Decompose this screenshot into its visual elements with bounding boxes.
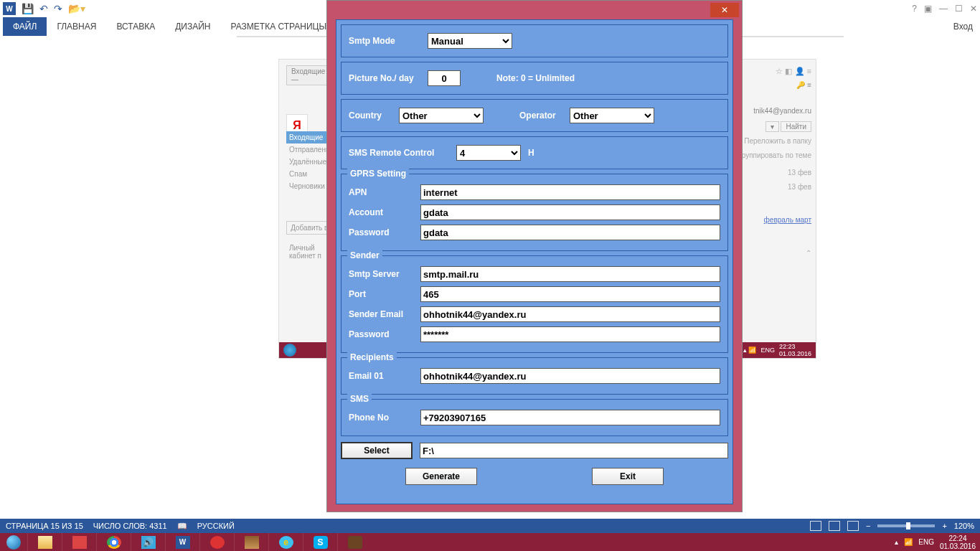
- smtp-server-label: Smtp Server: [349, 269, 420, 279]
- generate-button[interactable]: Generate: [405, 468, 477, 485]
- help-icon[interactable]: ?: [912, 4, 917, 14]
- tab-page-layout[interactable]: РАЗМЕТКА СТРАНИЦЫ: [221, 17, 337, 36]
- wifi-icon[interactable]: 📶: [904, 538, 913, 546]
- exit-button[interactable]: Exit: [592, 468, 664, 485]
- tray-language[interactable]: ENG: [918, 538, 934, 546]
- login-link[interactable]: Вход: [946, 22, 980, 32]
- bg-date1: 13 фев: [732, 167, 811, 179]
- read-mode-icon[interactable]: [810, 521, 821, 531]
- word-app-icon: W: [176, 536, 190, 549]
- bg-move: Переложить в папку: [732, 136, 811, 147]
- start-orb-icon: [6, 535, 21, 550]
- maximize-icon[interactable]: ☐: [955, 4, 963, 14]
- sender-password-input[interactable]: [420, 326, 720, 342]
- bg-right-panel: ☆ ◧ 👤 ≡ 🔑 ≡ tnik44@yandex.ru ▾ Найти Пер…: [732, 65, 811, 259]
- undo-icon[interactable]: ↶: [39, 3, 48, 14]
- sms-remote-unit: H: [528, 148, 542, 158]
- smtp-mode-select[interactable]: Manual: [428, 33, 512, 49]
- sms-remote-select[interactable]: 4: [456, 145, 521, 161]
- windows-taskbar: 🔊 W e S ▴ 📶 ENG 22:2401.03.2016: [0, 533, 980, 551]
- open-icon[interactable]: 📂▾: [68, 3, 85, 14]
- winrar-icon: [245, 536, 259, 549]
- zoom-level[interactable]: 120%: [954, 522, 974, 530]
- folder-icon: [38, 536, 52, 549]
- phone-input[interactable]: [420, 410, 720, 425]
- email01-input[interactable]: [420, 368, 720, 384]
- operator-label: Operator: [519, 110, 562, 121]
- bg-date2: 13 фев: [732, 182, 811, 193]
- zoom-in-icon[interactable]: +: [942, 522, 946, 530]
- taskbar-word[interactable]: W: [165, 533, 199, 551]
- taskbar-skype[interactable]: S: [303, 533, 337, 551]
- smtp-server-input[interactable]: [420, 266, 720, 282]
- lenovo-icon: [72, 536, 87, 549]
- sender-password-label: Password: [349, 329, 420, 339]
- save-icon[interactable]: 💾: [22, 3, 34, 14]
- sms-legend: SMS: [347, 394, 372, 404]
- tray-clock[interactable]: 22:2401.03.2016: [940, 534, 976, 550]
- proofing-icon[interactable]: 📖: [177, 522, 187, 531]
- taskbar-winrar[interactable]: [234, 533, 268, 551]
- word-count[interactable]: ЧИСЛО СЛОВ: 4311: [93, 522, 167, 530]
- dialog-titlebar: ✕: [327, 1, 742, 19]
- sender-email-input[interactable]: [420, 306, 720, 322]
- config-dialog: ✕ Smtp Mode Manual Picture No./ day Note…: [326, 0, 743, 512]
- bg-group: группировать по теме: [739, 151, 811, 159]
- chrome-icon: [107, 536, 121, 549]
- sms-remote-label: SMS Remote Control: [349, 148, 449, 158]
- taskbar-sound[interactable]: 🔊: [131, 533, 165, 551]
- word-icon: W: [3, 2, 16, 15]
- apn-input[interactable]: [420, 184, 720, 200]
- taskbar-opera[interactable]: [199, 533, 234, 551]
- page-indicator[interactable]: СТРАНИЦА 15 ИЗ 15: [6, 522, 83, 530]
- close-icon[interactable]: ✕: [970, 4, 977, 14]
- country-label: Country: [349, 110, 392, 121]
- skype-icon: S: [314, 536, 328, 549]
- ribbon-options-icon[interactable]: ▣: [924, 4, 932, 14]
- select-button[interactable]: Select: [341, 442, 413, 459]
- tab-design[interactable]: ДИЗАЙН: [165, 17, 220, 36]
- print-layout-icon[interactable]: [829, 521, 840, 531]
- apn-label: APN: [349, 187, 420, 197]
- minimize-icon[interactable]: —: [939, 4, 948, 14]
- gprs-password-input[interactable]: [420, 225, 720, 240]
- picture-per-day-input[interactable]: [428, 70, 461, 86]
- port-input[interactable]: [420, 286, 720, 302]
- dialog-close-button[interactable]: ✕: [710, 3, 739, 17]
- sender-email-label: Sender Email: [349, 309, 420, 319]
- gprs-password-label: Password: [349, 227, 420, 237]
- path-input[interactable]: [420, 443, 728, 458]
- smtp-mode-label: Smtp Mode: [349, 36, 420, 46]
- language-indicator[interactable]: РУССКИЙ: [197, 522, 235, 530]
- redo-icon[interactable]: ↷: [54, 3, 62, 14]
- recipients-legend: Recipients: [347, 352, 397, 362]
- zoom-slider[interactable]: [877, 524, 935, 527]
- email01-label: Email 01: [349, 371, 420, 381]
- taskbar-app[interactable]: [337, 533, 372, 551]
- system-tray: ▴ 📶 ENG 22:2401.03.2016: [895, 534, 980, 550]
- zoom-out-icon[interactable]: −: [866, 522, 870, 530]
- tab-insert[interactable]: ВСТАВКА: [106, 17, 165, 36]
- tab-file[interactable]: ФАЙЛ: [3, 17, 47, 36]
- bg-start-icon: [283, 344, 296, 357]
- tab-home[interactable]: ГЛАВНАЯ: [47, 17, 106, 36]
- web-layout-icon[interactable]: [847, 521, 859, 531]
- taskbar-explorer[interactable]: [27, 533, 62, 551]
- account-input[interactable]: [420, 204, 720, 220]
- phone-label: Phone No: [349, 413, 420, 423]
- bg-find: Найти: [781, 121, 811, 132]
- operator-select[interactable]: Other: [570, 108, 654, 123]
- start-button[interactable]: [0, 533, 27, 551]
- sender-legend: Sender: [347, 250, 382, 260]
- word-statusbar: СТРАНИЦА 15 ИЗ 15 ЧИСЛО СЛОВ: 4311 📖 РУС…: [0, 519, 980, 533]
- taskbar-lenovo[interactable]: [62, 533, 96, 551]
- picture-per-day-label: Picture No./ day: [349, 73, 420, 83]
- country-select[interactable]: Other: [399, 108, 484, 123]
- account-label: Account: [349, 207, 420, 217]
- gprs-legend: GPRS Setting: [347, 169, 409, 179]
- bg-email: tnik44@yandex.ru: [732, 105, 811, 117]
- taskbar-ie[interactable]: e: [268, 533, 303, 551]
- port-label: Port: [349, 289, 420, 299]
- taskbar-chrome[interactable]: [96, 533, 131, 551]
- tray-arrow-icon[interactable]: ▴: [895, 538, 898, 546]
